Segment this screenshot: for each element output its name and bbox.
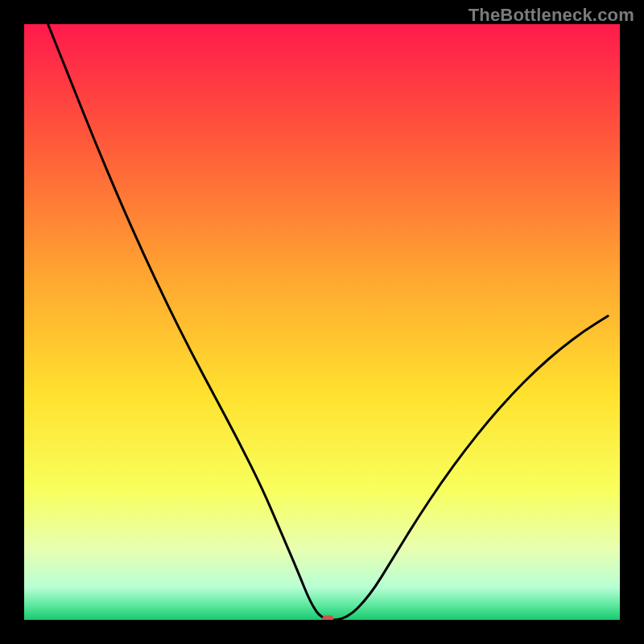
bottleneck-chart xyxy=(0,0,644,644)
watermark-label: TheBottleneck.com xyxy=(469,5,634,26)
plot-area xyxy=(24,24,620,625)
gradient-background xyxy=(24,24,620,620)
chart-frame xyxy=(0,0,644,644)
